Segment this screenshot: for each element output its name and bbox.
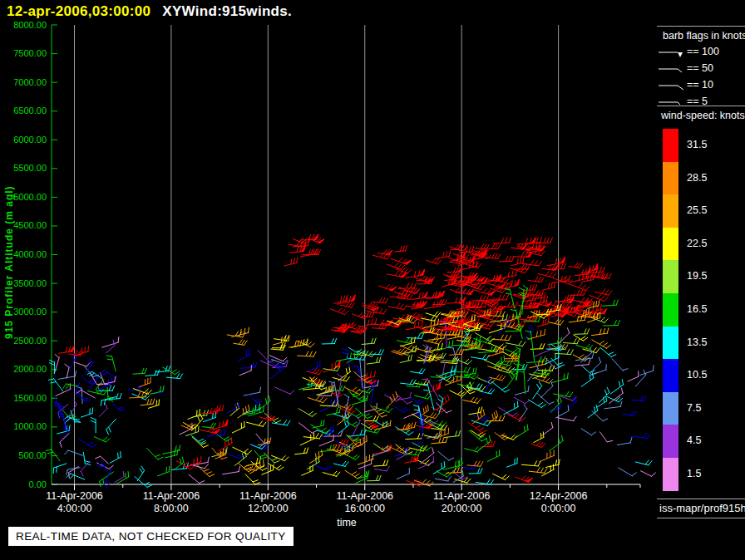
colorbar-value: 28.5 — [687, 172, 707, 184]
wind-barb — [354, 358, 363, 388]
wind-barb — [435, 476, 451, 481]
wind-barb — [238, 463, 254, 472]
y-tick-label: 4500.00 — [0, 220, 47, 231]
wind-barb — [464, 447, 481, 453]
wind-barb — [549, 435, 564, 451]
wind-barb — [426, 312, 441, 317]
wind-barb — [610, 379, 624, 394]
wind-barb — [529, 467, 547, 473]
wind-barb — [549, 319, 564, 325]
wind-barb — [212, 448, 228, 459]
wind-barb — [352, 416, 360, 437]
wind-barb — [352, 312, 368, 319]
wind-barb — [604, 401, 623, 409]
wind-barb — [83, 452, 91, 465]
wind-barb — [408, 441, 423, 447]
wind-barb — [323, 471, 340, 477]
legend-entry: == 50 — [657, 60, 719, 76]
wind-barb — [373, 459, 388, 466]
wind-barb — [139, 377, 151, 387]
wind-barb — [570, 290, 586, 296]
colorbar-value: 10.5 — [687, 369, 707, 381]
wind-barb — [569, 263, 583, 268]
colorbar-value: 16.5 — [687, 303, 707, 315]
colorbar-value: 22.5 — [687, 238, 707, 249]
wind-barb — [506, 371, 515, 388]
wind-barb — [374, 466, 390, 471]
legend-entry-label: == 10 — [687, 79, 713, 91]
barb-10-icon — [657, 78, 687, 91]
flag-100-icon — [657, 45, 687, 58]
wind-barb — [635, 370, 646, 386]
wind-barb — [337, 295, 355, 304]
colorbar-swatch — [663, 260, 678, 293]
colorbar-value: 31.5 — [687, 139, 707, 150]
wind-barb — [461, 464, 476, 469]
wind-barb — [414, 394, 432, 400]
wind-barb — [438, 451, 454, 461]
wind-barb — [518, 287, 524, 315]
wind-barb — [500, 270, 517, 279]
separator-line — [657, 106, 745, 106]
y-tick-label: 5000.00 — [0, 192, 47, 203]
colorbar-swatch — [663, 425, 678, 458]
wind-barb — [553, 391, 573, 397]
colorbar-swatch — [663, 162, 678, 195]
colorbar-value: 13.5 — [687, 336, 707, 348]
colorbar-swatch — [663, 392, 678, 425]
colorbar-swatch — [663, 327, 678, 360]
wind-barb — [359, 318, 377, 327]
wind-barb — [394, 245, 407, 252]
wind-barb — [362, 338, 377, 345]
wind-barb — [239, 365, 252, 376]
wind-barb — [99, 403, 107, 417]
wind-barb — [545, 459, 560, 468]
wind-barb — [337, 403, 353, 410]
wind-barb — [48, 378, 63, 391]
y-tick-label: 6500.00 — [0, 106, 47, 116]
wind-barb — [401, 422, 416, 430]
wind-barb — [493, 238, 511, 244]
y-tick-label: 3500.00 — [0, 278, 47, 289]
wind-barb — [378, 284, 397, 291]
barb-legend-title: barb flags in knots — [663, 30, 745, 42]
wind-barb — [475, 243, 489, 249]
wind-barb — [243, 404, 260, 415]
wind-barb — [367, 475, 381, 481]
wind-barb — [227, 453, 244, 459]
wind-barb — [231, 327, 249, 337]
wind-barb — [492, 474, 509, 480]
wind-barb — [141, 399, 155, 405]
wind-barb — [372, 297, 388, 303]
wind-barb — [86, 358, 93, 373]
wind-barb — [94, 437, 111, 443]
x-axis-title: time — [326, 517, 368, 528]
wind-barb — [202, 423, 216, 428]
wind-barb — [575, 268, 590, 276]
x-tick-label: 12-Apr-20060:00:00 — [511, 490, 607, 515]
wind-barb — [505, 289, 515, 309]
wind-barb — [348, 430, 367, 437]
separator-line — [657, 26, 745, 27]
wind-barb — [313, 464, 332, 470]
wind-barb — [392, 405, 408, 413]
x-tick-label: 11-Apr-200620:00:00 — [413, 490, 510, 515]
wind-barb — [106, 340, 116, 354]
wind-barb — [58, 346, 74, 353]
wind-barb — [450, 391, 465, 396]
colorbar-title: wind-speed: knots — [661, 110, 745, 121]
wind-barb — [436, 251, 451, 259]
y-tick-label: 5500.00 — [0, 163, 47, 174]
x-tick-label: 11-Apr-20064:00:00 — [27, 490, 123, 515]
wind-barb — [424, 412, 439, 418]
wind-barb — [336, 353, 352, 361]
wind-barb — [67, 468, 81, 475]
wind-barb — [489, 294, 508, 300]
wind-barb — [132, 368, 146, 374]
wind-barb — [539, 449, 555, 462]
separator-line — [657, 499, 745, 499]
y-axis-title: 915 Profiler Altitude (m agl) — [3, 96, 17, 429]
wind-barb — [300, 433, 315, 445]
wind-barb — [528, 277, 544, 282]
wind-barb — [246, 421, 266, 427]
